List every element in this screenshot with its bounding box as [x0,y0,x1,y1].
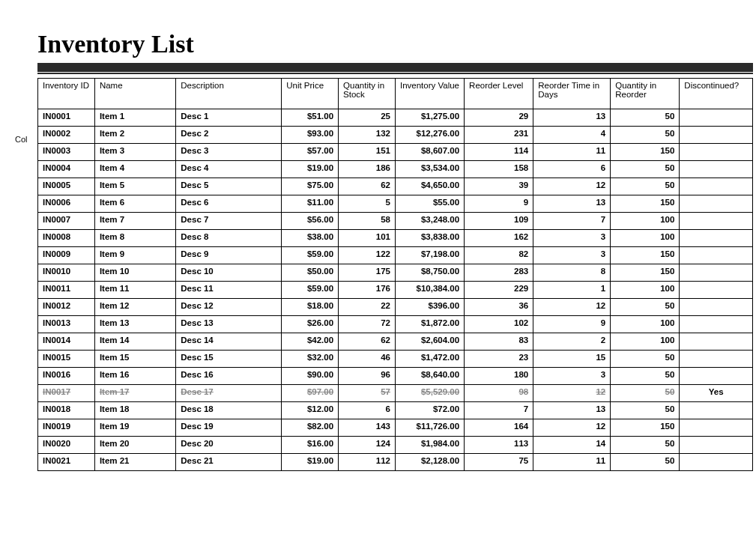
cell-qis: 122 [339,247,396,264]
cell-name: Item 19 [94,419,175,437]
cell-id: IN0002 [38,127,95,144]
cell-qis: 101 [339,230,396,247]
table-row: IN0019Item 19Desc 19$82.00143$11,726.001… [38,419,753,437]
cell-desc: Desc 12 [176,299,282,316]
cell-qir: 50 [611,299,680,316]
cell-qis: 124 [339,437,396,454]
cell-rtd: 12 [533,385,611,402]
cell-id: IN0017 [38,385,95,402]
cell-desc: Desc 13 [176,316,282,333]
cell-rl: 113 [465,437,533,454]
cell-disc [680,419,753,437]
cell-desc: Desc 6 [176,195,282,213]
inventory-table: Inventory ID Name Description Unit Price… [37,78,753,471]
cell-up: $82.00 [282,419,339,437]
table-row: IN0014Item 14Desc 14$42.0062$2,604.00832… [38,333,753,351]
cell-rtd: 3 [533,368,611,385]
cell-iv: $1,472.00 [395,351,464,368]
cell-id: IN0009 [38,247,95,264]
cell-rtd: 7 [533,213,611,230]
cell-up: $51.00 [282,109,339,127]
cell-qis: 57 [339,385,396,402]
cell-qis: 175 [339,264,396,282]
cell-qir: 100 [611,282,680,299]
cell-up: $42.00 [282,333,339,351]
cell-up: $90.00 [282,368,339,385]
cell-qir: 150 [611,419,680,437]
cell-rl: 114 [465,144,533,161]
cell-qir: 100 [611,213,680,230]
cell-up: $12.00 [282,402,339,419]
cell-qir: 50 [611,161,680,178]
cell-rl: 102 [465,316,533,333]
cell-up: $19.00 [282,454,339,471]
table-row: IN0006Item 6Desc 6$11.005$55.00913150 [38,195,753,213]
table-row: IN0001Item 1Desc 1$51.0025$1,275.0029135… [38,109,753,127]
side-label: Col [15,135,28,144]
cell-iv: $3,248.00 [395,213,464,230]
cell-up: $75.00 [282,178,339,195]
cell-iv: $8,750.00 [395,264,464,282]
cell-rtd: 12 [533,299,611,316]
cell-rl: 162 [465,230,533,247]
cell-name: Item 16 [94,368,175,385]
cell-iv: $8,607.00 [395,144,464,161]
cell-qis: 96 [339,368,396,385]
table-row: IN0016Item 16Desc 16$90.0096$8,640.00180… [38,368,753,385]
table-row: IN0008Item 8Desc 8$38.00101$3,838.001623… [38,230,753,247]
cell-qir: 50 [611,437,680,454]
cell-rl: 75 [465,454,533,471]
cell-iv: $10,384.00 [395,282,464,299]
cell-desc: Desc 2 [176,127,282,144]
cell-iv: $3,838.00 [395,230,464,247]
cell-qis: 176 [339,282,396,299]
cell-qir: 50 [611,351,680,368]
cell-iv: $1,872.00 [395,316,464,333]
cell-id: IN0006 [38,195,95,213]
cell-id: IN0004 [38,161,95,178]
cell-rtd: 13 [533,402,611,419]
cell-rtd: 4 [533,127,611,144]
cell-up: $19.00 [282,161,339,178]
cell-disc [680,316,753,333]
table-row: IN0004Item 4Desc 4$19.00186$3,534.001586… [38,161,753,178]
cell-up: $93.00 [282,127,339,144]
table-row: IN0010Item 10Desc 10$50.00175$8,750.0028… [38,264,753,282]
cell-rl: 180 [465,368,533,385]
cell-id: IN0014 [38,333,95,351]
cell-desc: Desc 5 [176,178,282,195]
cell-qir: 150 [611,264,680,282]
cell-id: IN0018 [38,402,95,419]
cell-qis: 25 [339,109,396,127]
cell-iv: $12,276.00 [395,127,464,144]
cell-disc [680,213,753,230]
cell-qis: 22 [339,299,396,316]
cell-rtd: 12 [533,178,611,195]
cell-name: Item 13 [94,316,175,333]
cell-qir: 100 [611,230,680,247]
cell-qir: 150 [611,247,680,264]
header-inventory-id: Inventory ID [38,79,95,109]
table-row: IN0007Item 7Desc 7$56.0058$3,248.0010971… [38,213,753,230]
cell-iv: $4,650.00 [395,178,464,195]
cell-desc: Desc 3 [176,144,282,161]
header-qty-in-reorder: Quantity in Reorder [611,79,680,109]
cell-rl: 82 [465,247,533,264]
cell-up: $59.00 [282,247,339,264]
cell-id: IN0020 [38,437,95,454]
cell-qis: 143 [339,419,396,437]
cell-name: Item 18 [94,402,175,419]
table-header-row: Inventory ID Name Description Unit Price… [38,79,753,109]
cell-desc: Desc 1 [176,109,282,127]
cell-qis: 6 [339,402,396,419]
cell-qir: 150 [611,195,680,213]
cell-up: $38.00 [282,230,339,247]
cell-id: IN0012 [38,299,95,316]
cell-name: Item 3 [94,144,175,161]
cell-rtd: 13 [533,109,611,127]
cell-disc [680,195,753,213]
cell-up: $32.00 [282,351,339,368]
cell-rtd: 2 [533,333,611,351]
page-title: Inventory List [37,30,753,58]
cell-disc [680,368,753,385]
